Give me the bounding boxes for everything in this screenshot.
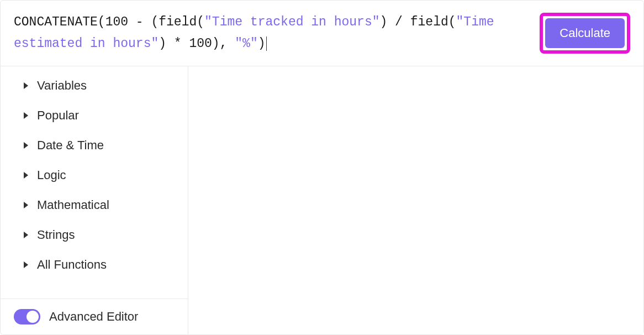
category-label: Logic (37, 168, 66, 182)
category-item-all-functions[interactable]: All Functions (1, 250, 188, 280)
formula-keyword: ) * 100), (159, 36, 235, 51)
sidebar: VariablesPopularDate & TimeLogicMathemat… (1, 66, 188, 334)
sidebar-footer: Advanced Editor (1, 299, 188, 334)
category-label: Variables (37, 78, 87, 93)
category-list: VariablesPopularDate & TimeLogicMathemat… (1, 66, 188, 299)
formula-string: "%" (235, 36, 257, 51)
advanced-editor-toggle[interactable] (14, 309, 40, 324)
chevron-right-icon (24, 82, 28, 89)
formula-string: "Time tracked in hours" (204, 15, 379, 29)
category-item-mathematical[interactable]: Mathematical (1, 190, 188, 220)
chevron-right-icon (24, 202, 28, 208)
chevron-right-icon (24, 172, 28, 179)
category-label: Strings (37, 228, 75, 242)
advanced-editor-label: Advanced Editor (49, 310, 138, 324)
formula-input[interactable]: CONCATENATE(100 - (field("Time tracked i… (14, 12, 531, 55)
category-label: Mathematical (37, 198, 109, 212)
chevron-right-icon (24, 261, 28, 268)
toggle-knob (27, 311, 39, 323)
text-cursor (266, 36, 267, 51)
category-item-popular[interactable]: Popular (1, 101, 188, 130)
formula-keyword: ) / field( (380, 15, 456, 29)
formula-bar: CONCATENATE(100 - (field("Time tracked i… (1, 1, 643, 66)
chevron-right-icon (24, 232, 28, 238)
category-item-date-time[interactable]: Date & Time (1, 130, 188, 160)
category-label: Date & Time (37, 138, 104, 153)
category-item-logic[interactable]: Logic (1, 160, 188, 190)
chevron-right-icon (24, 142, 28, 149)
main-area: VariablesPopularDate & TimeLogicMathemat… (1, 66, 643, 334)
chevron-right-icon (24, 112, 28, 119)
calculate-highlight-box: Calculate (540, 13, 630, 54)
formula-editor-container: CONCATENATE(100 - (field("Time tracked i… (0, 0, 644, 335)
content-area (188, 66, 643, 334)
formula-keyword: ) (258, 36, 266, 51)
category-item-variables[interactable]: Variables (1, 71, 188, 101)
calculate-button[interactable]: Calculate (545, 18, 625, 48)
category-item-strings[interactable]: Strings (1, 220, 188, 250)
category-label: Popular (37, 108, 79, 123)
category-label: All Functions (37, 258, 107, 272)
formula-keyword: CONCATENATE(100 - (field( (14, 15, 204, 29)
